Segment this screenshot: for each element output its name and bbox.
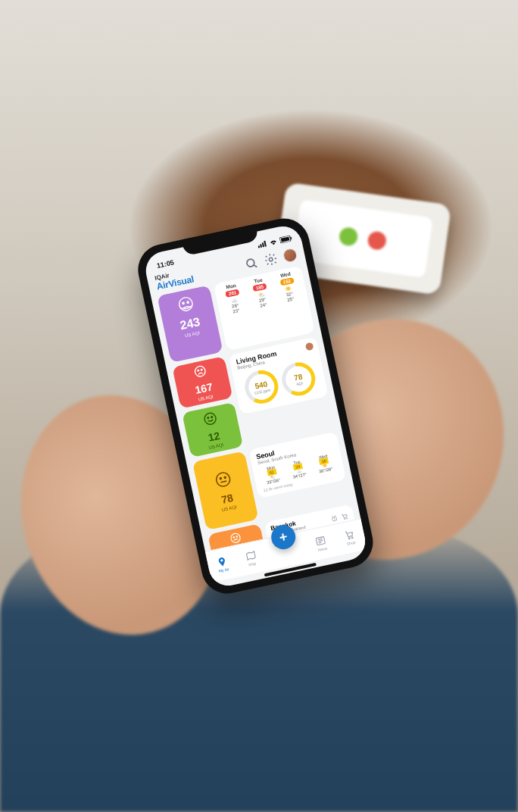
svg-point-29 <box>346 518 347 519</box>
svg-point-28 <box>344 518 345 519</box>
avatar[interactable] <box>282 247 298 263</box>
happy-face-icon <box>201 410 220 431</box>
svg-point-9 <box>269 258 273 261</box>
main-aqi-card[interactable]: 243 US AQI <box>157 285 223 363</box>
svg-point-12 <box>187 301 189 304</box>
svg-point-17 <box>208 417 209 419</box>
svg-point-18 <box>211 417 213 418</box>
svg-point-11 <box>183 302 185 304</box>
gauge-aqi: 78AQI <box>279 359 318 398</box>
svg-line-22 <box>220 481 226 483</box>
search-icon[interactable] <box>244 255 260 271</box>
svg-point-35 <box>351 537 353 539</box>
svg-line-31 <box>318 539 323 539</box>
svg-point-34 <box>348 538 350 539</box>
svg-line-26 <box>234 539 238 540</box>
sad-face-icon <box>192 364 209 383</box>
tile-red[interactable]: 167 US AQI <box>172 356 232 408</box>
face-mask-icon <box>173 293 198 318</box>
svg-line-8 <box>254 264 257 267</box>
svg-point-15 <box>201 369 202 370</box>
svg-line-32 <box>319 540 323 541</box>
svg-point-10 <box>178 296 194 312</box>
svg-point-23 <box>230 532 241 543</box>
svg-point-16 <box>204 412 217 426</box>
svg-point-21 <box>224 476 226 478</box>
tile-green[interactable]: 12 US AQI <box>182 402 243 458</box>
svg-line-33 <box>319 542 321 543</box>
gauge-co2: 540CO2 ppm <box>242 367 281 407</box>
tile-yellow[interactable]: 78 US AQI <box>192 451 259 530</box>
nav-shop[interactable]: Shop <box>343 529 357 546</box>
svg-point-25 <box>236 536 238 538</box>
svg-point-7 <box>246 258 255 267</box>
nav-myair[interactable]: My Air <box>216 555 229 573</box>
main-aqi-unit: US AQI <box>184 330 200 338</box>
neutral-face-icon <box>212 469 234 493</box>
living-room-card[interactable]: Living Room Beijing, China 540CO2 ppm 78… <box>229 336 329 414</box>
svg-point-24 <box>233 537 235 539</box>
nav-map[interactable]: Map <box>245 549 258 567</box>
svg-point-13 <box>194 365 206 377</box>
gear-icon[interactable] <box>263 251 279 267</box>
svg-point-14 <box>198 370 199 371</box>
svg-point-20 <box>220 477 221 479</box>
nav-news[interactable]: News <box>314 535 328 552</box>
svg-point-19 <box>215 471 231 487</box>
